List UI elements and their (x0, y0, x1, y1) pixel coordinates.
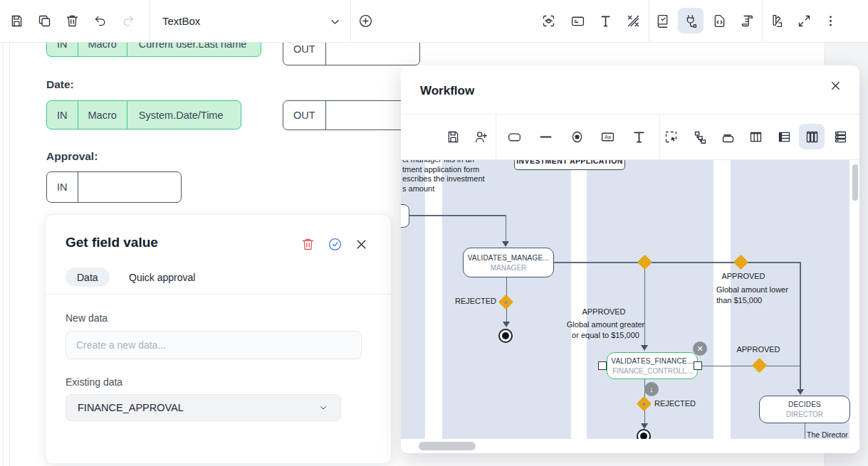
chevron-down-icon (328, 14, 343, 29)
edge (554, 262, 800, 263)
workflow-title: Workflow (420, 84, 474, 98)
integrations-button[interactable] (678, 8, 704, 33)
existing-data-label: Existing data (66, 376, 122, 388)
arrowhead (641, 345, 648, 351)
field-date-out-box[interactable]: OUT (283, 100, 420, 130)
task-node-validates-manager[interactable]: VALIDATES_MANAGE... MANAGER (463, 248, 554, 277)
app-window: TextBox (0, 0, 868, 466)
wf-horizontal-lanes-button[interactable] (827, 124, 853, 149)
scan-eye-icon (541, 14, 556, 28)
node-subtitle: DIRECTOR (786, 411, 823, 418)
swatch-book-icon (769, 14, 784, 28)
field-date-macro-chip[interactable]: IN Macro System.Date/Time (46, 100, 241, 129)
horizontal-scrollbar-track[interactable] (401, 439, 859, 453)
wf-select-tool-button[interactable] (658, 124, 684, 149)
redo-button[interactable] (115, 8, 140, 33)
condition-line: than $15,000 (716, 295, 802, 306)
wf-pool-button[interactable] (715, 124, 741, 149)
new-data-input[interactable] (66, 331, 362, 359)
vertical-scrollbar-thumb[interactable] (852, 164, 858, 201)
wf-clipped-tool-button[interactable] (855, 124, 859, 149)
arrowhead (503, 322, 510, 327)
duplicate-button[interactable] (31, 8, 57, 33)
field-approval-in-box[interactable]: IN (46, 171, 182, 203)
end-event[interactable] (498, 329, 513, 343)
wf-label-button[interactable]: Aa (595, 124, 620, 149)
lane-header-investment-application[interactable]: INVESTMENT APPLICATION (514, 160, 625, 170)
wf-task-shape-button[interactable] (501, 124, 527, 149)
wf-save-button[interactable] (440, 124, 466, 149)
delete-action-button[interactable] (295, 231, 320, 257)
horizontal-scrollbar-thumb[interactable] (419, 442, 476, 450)
date-field-label: Date: (46, 78, 74, 91)
resize-handle-right[interactable] (694, 361, 702, 370)
save-icon (446, 129, 461, 144)
end-event-dot (502, 332, 509, 339)
trash-icon (300, 237, 315, 252)
wf-end-event-button[interactable] (564, 124, 590, 149)
close-icon (829, 79, 842, 92)
scroll-icon (740, 14, 755, 28)
text-tool-button[interactable] (592, 8, 618, 33)
main-toolbar: TextBox (0, 0, 868, 43)
fullscreen-button[interactable] (791, 8, 817, 33)
lasso-select-icon (664, 129, 679, 144)
form-properties-button[interactable] (565, 8, 590, 33)
workflow-canvas[interactable]: ct manager fills in an tment application… (401, 160, 859, 439)
chip-value-label: System.Date/Time (127, 101, 241, 129)
delete-node-badge[interactable]: ✕ (693, 341, 707, 356)
org-chart-icon (693, 129, 708, 144)
save-icon (9, 14, 24, 28)
wf-text-button[interactable] (626, 124, 652, 149)
task-node-validates-finance[interactable]: VALIDATES_FINANCE... FINANCE_CONTROLL... (607, 352, 698, 379)
design-tools-button[interactable] (620, 8, 646, 33)
element-selector-dropdown-toggle[interactable] (322, 9, 347, 34)
tab-quick-approval[interactable]: Quick approval (129, 268, 195, 287)
theme-button[interactable] (763, 8, 789, 33)
preview-button[interactable] (535, 8, 561, 33)
expand-node-badge[interactable]: ↓ (644, 382, 659, 396)
approval-field-label: Approval: (46, 150, 98, 163)
edge (805, 423, 806, 439)
task-node-decides-director[interactable]: DECIDES DIRECTOR (759, 396, 850, 423)
get-field-value-panel: Get field value Data Quick approval New … (45, 214, 392, 464)
file-code-icon (712, 14, 727, 28)
out-label: OUT (283, 101, 326, 129)
start-task-node-partial[interactable] (401, 204, 409, 228)
scripts-button[interactable] (734, 8, 760, 33)
toolbar-divider (149, 0, 150, 41)
rules-button[interactable] (649, 8, 675, 33)
horizontal-lanes-icon (833, 129, 848, 144)
confirm-action-button[interactable] (322, 231, 347, 257)
wf-assign-user-button[interactable] (468, 124, 493, 149)
more-options-button[interactable] (817, 8, 843, 33)
edge-label-approved: APPROVED (730, 345, 787, 354)
add-element-button[interactable] (352, 8, 378, 33)
existing-data-select[interactable]: FINANCE_APPROVAL (66, 394, 341, 421)
wf-columns-table-button[interactable] (743, 124, 768, 149)
resize-handle-left[interactable] (598, 361, 607, 370)
existing-data-value: FINANCE_APPROVAL (78, 402, 184, 413)
wf-connector-button[interactable] (533, 124, 558, 149)
delete-button[interactable] (59, 8, 85, 33)
element-type-selector[interactable]: TextBox (162, 0, 200, 41)
edge-label-rejected: REJECTED (654, 399, 696, 408)
edge (506, 215, 507, 242)
wf-hierarchy-button[interactable] (687, 124, 713, 149)
close-panel-button[interactable] (348, 231, 374, 257)
tab-data[interactable]: Data (66, 268, 110, 287)
tab-quick-approval-label: Quick approval (129, 272, 195, 283)
node-subtitle: MANAGER (491, 264, 527, 272)
workflow-close-button[interactable] (824, 74, 847, 97)
in-value-empty (78, 172, 182, 202)
undo-button[interactable] (88, 8, 113, 33)
wf-rows-table-button[interactable] (771, 124, 797, 149)
code-view-button[interactable] (706, 8, 732, 33)
wf-vertical-lanes-button[interactable] (799, 124, 825, 149)
in-label: IN (47, 172, 78, 202)
chevron-down-icon (318, 402, 329, 413)
end-event[interactable] (637, 429, 651, 439)
annotation-note: ct manager fills in an tment application… (402, 160, 495, 194)
panel-divider (46, 294, 391, 295)
save-button[interactable] (4, 8, 29, 33)
